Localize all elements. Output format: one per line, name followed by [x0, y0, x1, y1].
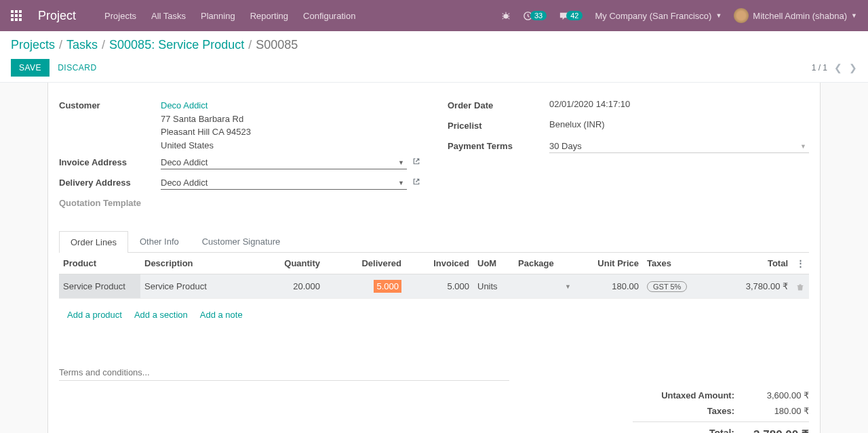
- menu-configuration[interactable]: Configuration: [303, 11, 355, 21]
- pager-next[interactable]: ❯: [849, 62, 857, 73]
- cell-uom[interactable]: Units: [473, 274, 514, 299]
- breadcrumb-task[interactable]: S00085: Service Product: [109, 38, 244, 52]
- th-description: Description: [140, 253, 270, 274]
- terms-input[interactable]: [59, 365, 509, 381]
- cell-unit-price[interactable]: 180.00: [575, 274, 643, 299]
- order-date-value: 02/01/2020 14:17:10: [549, 99, 809, 109]
- messages-icon[interactable]: 42: [559, 11, 583, 21]
- breadcrumb: Projects / Tasks / S00085: Service Produ…: [11, 38, 857, 52]
- tab-other-info[interactable]: Other Info: [128, 230, 191, 252]
- cell-taxes[interactable]: GST 5%: [643, 274, 697, 299]
- svg-point-0: [503, 14, 508, 18]
- label-invoice-address: Invoice Address: [59, 156, 161, 167]
- label-quotation-template: Quotation Template: [59, 197, 161, 208]
- pager-prev[interactable]: ❮: [834, 62, 842, 73]
- avatar: [734, 8, 749, 23]
- user-menu[interactable]: Mitchell Admin (shabna) ▼: [734, 8, 857, 23]
- add-section-link[interactable]: Add a section: [134, 310, 188, 320]
- cell-description[interactable]: Service Product: [140, 274, 270, 299]
- customer-country: United States: [161, 140, 214, 150]
- table-row[interactable]: Service Product Service Product 20.000 5…: [59, 274, 809, 299]
- menu-all-tasks[interactable]: All Tasks: [151, 11, 186, 21]
- untaxed-value: 3,600.00 ₹: [748, 390, 809, 400]
- external-link-icon[interactable]: [412, 176, 420, 186]
- pricelist-value: Benelux (INR): [549, 119, 809, 129]
- cell-delivered[interactable]: 5.000: [324, 274, 406, 299]
- customer-link[interactable]: Deco Addict: [161, 100, 208, 110]
- activities-icon[interactable]: 33: [523, 11, 547, 21]
- tab-order-lines[interactable]: Order Lines: [59, 231, 128, 253]
- th-total: Total: [697, 253, 792, 274]
- th-delivered: Delivered: [324, 253, 406, 274]
- customer-street: 77 Santa Barbara Rd: [161, 114, 243, 124]
- th-package: Package: [514, 253, 575, 274]
- th-quantity: Quantity: [270, 253, 324, 274]
- breadcrumb-tasks[interactable]: Tasks: [66, 38, 98, 52]
- menu-reporting[interactable]: Reporting: [250, 11, 288, 21]
- totals: Untaxed Amount: 3,600.00 ₹ Taxes: 180.00…: [633, 388, 809, 433]
- breadcrumb-current: S00085: [256, 38, 298, 52]
- chevron-down-icon: ▼: [715, 12, 722, 19]
- taxes-label: Taxes:: [633, 406, 734, 416]
- order-lines-table: Product Description Quantity Delivered I…: [59, 253, 809, 331]
- label-delivery-address: Delivery Address: [59, 176, 161, 188]
- activities-badge: 33: [530, 11, 547, 20]
- th-uom: UoM: [473, 253, 514, 274]
- navbar: Project Projects All Tasks Planning Repo…: [0, 0, 868, 31]
- cell-product[interactable]: Service Product: [59, 274, 140, 299]
- menu-planning[interactable]: Planning: [201, 11, 235, 21]
- label-pricelist: Pricelist: [448, 119, 549, 131]
- pager: 1 / 1 ❮ ❯: [812, 62, 857, 73]
- kebab-icon[interactable]: ⋮: [796, 258, 805, 268]
- chevron-down-icon: ▼: [851, 12, 857, 19]
- pager-text: 1 / 1: [812, 63, 827, 73]
- save-button[interactable]: SAVE: [11, 59, 50, 77]
- discard-button[interactable]: DISCARD: [58, 63, 97, 73]
- trash-icon[interactable]: [796, 281, 804, 291]
- cell-total: 3,780.00 ₹: [697, 274, 792, 299]
- th-taxes: Taxes: [643, 253, 697, 274]
- add-product-link[interactable]: Add a product: [67, 310, 122, 320]
- chevron-down-icon: ▼: [565, 283, 571, 290]
- label-customer: Customer: [59, 99, 161, 110]
- th-unit-price: Unit Price: [575, 253, 643, 274]
- label-order-date: Order Date: [448, 99, 549, 110]
- th-invoiced: Invoiced: [406, 253, 473, 274]
- cell-package[interactable]: ▼: [514, 274, 575, 299]
- messages-badge: 42: [566, 11, 583, 20]
- external-link-icon[interactable]: [412, 156, 420, 165]
- total-label: Total:: [633, 428, 734, 433]
- taxes-value: 180.00 ₹: [748, 406, 809, 416]
- customer-city: Pleasant Hill CA 94523: [161, 127, 251, 137]
- cell-invoiced[interactable]: 5.000: [406, 274, 473, 299]
- user-name: Mitchell Admin (shabna): [753, 11, 847, 21]
- delivery-address-input[interactable]: [161, 176, 407, 190]
- total-value: 3,780.00 ₹: [748, 428, 809, 433]
- tabs: Order Lines Other Info Customer Signatur…: [59, 230, 809, 253]
- label-payment-terms: Payment Terms: [448, 140, 549, 151]
- th-product: Product: [59, 253, 140, 274]
- form-sheet: Customer Deco Addict 77 Santa Barbara Rd…: [47, 83, 821, 433]
- invoice-address-input[interactable]: [161, 156, 407, 169]
- company-selector[interactable]: My Company (San Francisco) ▼: [595, 11, 722, 21]
- tab-customer-signature[interactable]: Customer Signature: [191, 230, 292, 252]
- company-name: My Company (San Francisco): [595, 11, 711, 21]
- app-title[interactable]: Project: [38, 9, 76, 23]
- add-note-link[interactable]: Add a note: [200, 310, 243, 320]
- control-panel: Projects / Tasks / S00085: Service Produ…: [0, 31, 868, 83]
- payment-terms-input[interactable]: [549, 140, 809, 153]
- untaxed-label: Untaxed Amount:: [633, 390, 734, 400]
- apps-icon[interactable]: [11, 10, 22, 21]
- menu-projects[interactable]: Projects: [104, 11, 136, 21]
- cell-quantity[interactable]: 20.000: [270, 274, 324, 299]
- breadcrumb-projects[interactable]: Projects: [11, 38, 55, 52]
- bug-icon[interactable]: [501, 11, 511, 20]
